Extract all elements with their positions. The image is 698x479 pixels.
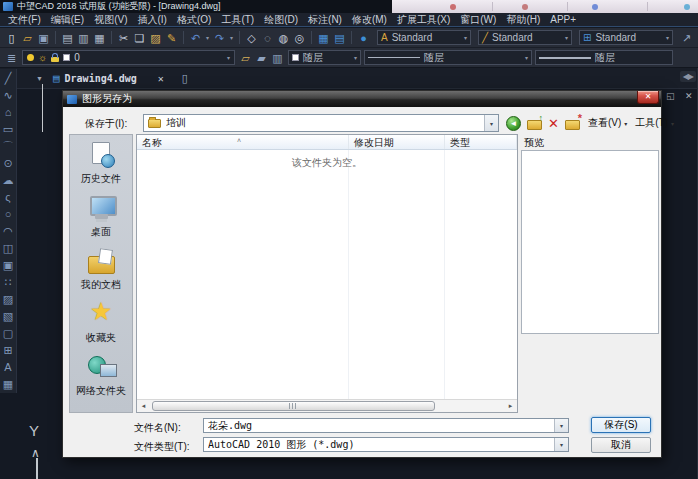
- column-header-0[interactable]: 名称˄: [137, 135, 349, 149]
- make-object-layer-current-icon[interactable]: ▱: [238, 50, 253, 66]
- cancel-button[interactable]: 取消: [591, 437, 651, 453]
- close-window-icon[interactable]: ✕: [685, 91, 693, 101]
- color-combo[interactable]: 随层 ▾: [288, 50, 361, 65]
- undo-dropdown-icon[interactable]: ▾: [204, 30, 211, 46]
- new-file-icon[interactable]: ▯: [4, 30, 19, 46]
- hatch-icon[interactable]: ▨: [1, 291, 16, 307]
- multiline-icon[interactable]: ▦: [1, 376, 16, 392]
- match-properties-icon[interactable]: ✎: [164, 30, 179, 46]
- chevron-down-icon[interactable]: ▾: [354, 54, 357, 61]
- lineweight-combo[interactable]: 随层: [535, 50, 673, 65]
- scroll-left-icon[interactable]: ◂: [137, 400, 150, 412]
- up-one-level-icon[interactable]: ↑: [527, 120, 542, 130]
- layer-combo[interactable]: ☼ 0 ▾: [22, 50, 235, 65]
- zoom-realtime-icon[interactable]: ◌: [260, 30, 275, 46]
- pan-icon[interactable]: ◇: [244, 30, 259, 46]
- layer-freeze-icon[interactable]: ☼: [38, 53, 47, 63]
- layer-states-icon[interactable]: ▥: [270, 50, 285, 66]
- region-icon[interactable]: ▢: [1, 325, 16, 341]
- table-icon[interactable]: ▦: [316, 30, 331, 46]
- menu-item-12[interactable]: APP+: [550, 14, 576, 25]
- paste-icon[interactable]: ▨: [148, 30, 163, 46]
- layer-previous-icon[interactable]: ▰: [254, 50, 269, 66]
- redo-dropdown-icon[interactable]: ▾: [228, 30, 235, 46]
- chevron-down-icon[interactable]: ▾: [227, 54, 230, 61]
- save-icon[interactable]: ▣: [36, 30, 51, 46]
- help-sphere-icon[interactable]: ●: [356, 30, 371, 46]
- publish-icon[interactable]: ▦: [92, 30, 107, 46]
- quick-dimension-icon[interactable]: ↗: [679, 30, 694, 46]
- polygon-icon[interactable]: ⌂: [1, 104, 16, 120]
- new-drawing-icon[interactable]: ▯: [182, 72, 188, 85]
- print-preview-icon[interactable]: ▥: [76, 30, 91, 46]
- insert-block-icon[interactable]: ◫: [1, 240, 16, 256]
- column-header-1[interactable]: 修改日期: [349, 135, 445, 149]
- menu-item-3[interactable]: 插入(I): [137, 13, 166, 27]
- menu-item-5[interactable]: 工具(T): [221, 13, 254, 27]
- gradient-icon[interactable]: ▧: [1, 308, 16, 324]
- new-folder-icon[interactable]: *: [565, 120, 580, 130]
- dialog-titlebar[interactable]: 图形另存为 ✕: [63, 91, 661, 107]
- layer-properties-icon[interactable]: ≣: [4, 50, 19, 66]
- scrollbar-thumb[interactable]: [152, 401, 435, 411]
- place-desktop[interactable]: 桌面: [70, 194, 132, 247]
- redo-icon[interactable]: ↷: [212, 30, 227, 46]
- place-network[interactable]: 网络文件夹: [70, 353, 132, 406]
- ellipse-icon[interactable]: ○: [1, 206, 16, 222]
- layer-on-icon[interactable]: [27, 54, 34, 61]
- menu-item-8[interactable]: 修改(M): [352, 13, 387, 27]
- chevron-down-icon[interactable]: ▾: [554, 438, 568, 451]
- menu-item-2[interactable]: 视图(V): [94, 13, 127, 27]
- file-list-body[interactable]: 该文件夹为空。: [137, 150, 517, 399]
- menu-item-1[interactable]: 编辑(E): [51, 13, 84, 27]
- menu-item-4[interactable]: 格式(O): [177, 13, 211, 27]
- copy-icon[interactable]: ❏: [132, 30, 147, 46]
- view-menu-button[interactable]: 查看(V) ▾: [588, 116, 627, 130]
- chevron-down-icon[interactable]: ▾: [525, 54, 528, 61]
- menu-item-7[interactable]: 标注(N): [308, 13, 342, 27]
- chevron-down-icon[interactable]: ▾: [666, 34, 669, 41]
- dim-style-combo[interactable]: ╱Standard▾: [478, 30, 572, 45]
- menu-item-11[interactable]: 帮助(H): [506, 13, 540, 27]
- mtext-icon[interactable]: A: [1, 359, 16, 375]
- arc-icon[interactable]: ⌒: [1, 138, 16, 154]
- scroll-right-icon[interactable]: ▸: [504, 400, 517, 412]
- column-header-2[interactable]: 类型: [445, 135, 517, 149]
- tools-menu-button[interactable]: 工具(T) ▾: [635, 116, 674, 130]
- place-favorites[interactable]: 收藏夹: [70, 300, 132, 353]
- print-icon[interactable]: ▤: [60, 30, 75, 46]
- polyline-icon[interactable]: ∿: [1, 87, 16, 103]
- menu-item-9[interactable]: 扩展工具(X): [397, 13, 450, 27]
- spline-icon[interactable]: ς: [1, 189, 16, 205]
- horizontal-scrollbar[interactable]: ◂ ▸: [137, 399, 517, 412]
- text-style-combo[interactable]: AStandard▾: [377, 30, 471, 45]
- undo-icon[interactable]: ↶: [188, 30, 203, 46]
- layer-lock-icon[interactable]: [51, 57, 59, 62]
- ellipse-arc-icon[interactable]: ◠: [1, 223, 16, 239]
- chevron-down-icon[interactable]: ▾: [464, 34, 467, 41]
- chevron-down-icon[interactable]: ▾: [565, 34, 568, 41]
- save-button[interactable]: 保存(S): [591, 417, 651, 433]
- open-folder-icon[interactable]: ▱: [20, 30, 35, 46]
- zoom-window-icon[interactable]: ◍: [276, 30, 291, 46]
- circle-icon[interactable]: ⊙: [1, 155, 16, 171]
- chevron-down-icon[interactable]: ▾: [554, 419, 568, 432]
- chevron-down-icon[interactable]: ▾: [484, 115, 498, 131]
- zoom-previous-icon[interactable]: ◎: [292, 30, 307, 46]
- rectangle-icon[interactable]: ▭: [1, 121, 16, 137]
- tab-close-icon[interactable]: ✕: [158, 73, 164, 84]
- tab-drawing4[interactable]: ▤ Drawing4.dwg ✕: [43, 68, 174, 88]
- make-block-icon[interactable]: ▣: [1, 257, 16, 273]
- table-style-combo[interactable]: ⊞Standard▾: [579, 30, 673, 45]
- back-icon[interactable]: ◄: [506, 116, 521, 131]
- restore-window-icon[interactable]: ◱: [666, 91, 675, 101]
- table-icon[interactable]: ⊞: [1, 342, 16, 358]
- file-type-select[interactable]: AutoCAD 2010 图形 (*.dwg) ▾: [203, 437, 569, 452]
- cut-icon[interactable]: ✂: [116, 30, 131, 46]
- panel-collapse-icon[interactable]: ◀▶: [680, 71, 696, 82]
- file-list[interactable]: 名称˄修改日期类型 该文件夹为空。 ◂ ▸: [136, 134, 518, 413]
- file-name-input[interactable]: 花朵.dwg ▾: [203, 418, 569, 433]
- place-history[interactable]: 历史文件: [70, 141, 132, 194]
- linetype-combo[interactable]: 随层 ▾: [364, 50, 532, 65]
- save-in-combo[interactable]: 培训 ▾: [143, 114, 499, 132]
